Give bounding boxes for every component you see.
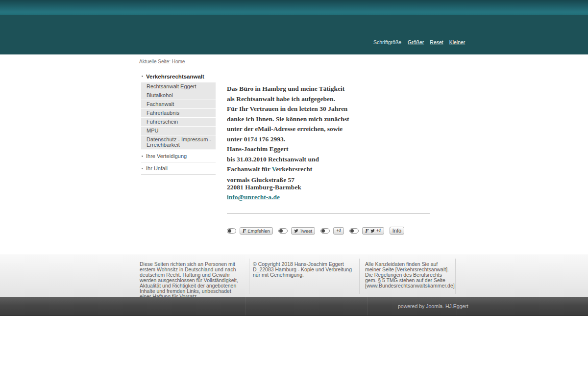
body-text-line: unter der eMail-Adresse erreichen, sowie	[227, 126, 433, 132]
fontsize-bigger-link[interactable]: Größer	[408, 39, 424, 45]
sidebar-item-blutalkohol[interactable]: Blutalkohol	[141, 91, 216, 100]
fontsize-widget: Schriftgröße Größer Reset Kleiner	[373, 39, 465, 45]
square-bullet-icon	[142, 168, 143, 169]
email-link[interactable]: info@unrecht-a.de	[227, 193, 280, 201]
fontsize-reset-link[interactable]: Reset	[430, 39, 443, 45]
sidebar-item-verkehrsrechtsanwalt[interactable]: Verkehrsrechtsanwalt	[141, 73, 216, 82]
fontsize-smaller-link[interactable]: Kleiner	[449, 39, 466, 45]
sidebar-item-rechtsanwalt-eggert[interactable]: Rechtsanwalt Eggert	[141, 82, 216, 91]
content-divider	[227, 213, 430, 213]
powered-by-text: powered by Joomla. HJ.Eggert	[398, 303, 468, 309]
twitter-bird-icon	[370, 229, 375, 233]
address-block: vormals Gluckstraße 57 22081 Hamburg-Bar…	[227, 176, 433, 191]
sidebar-item-ihr-unfall[interactable]: Ihr Unfall	[141, 162, 216, 175]
bottom-bar-divider	[368, 297, 368, 315]
footer-column-divider	[134, 259, 134, 294]
top-gradient-bar	[0, 0, 588, 15]
address-line-2: 22081 Hamburg-Barmbek	[227, 184, 301, 191]
footer-column-divider	[455, 259, 456, 294]
body-text-line: danke ich Ihnen. Sie können mich zunächs…	[227, 116, 433, 123]
all-services-privacy-toggle-icon[interactable]	[349, 228, 359, 234]
social-info-button[interactable]: Info	[390, 227, 404, 235]
sidebar-submenu: Rechtsanwalt Eggert Blutalkohol Fachanwa…	[141, 82, 216, 149]
bottom-bar-divider	[245, 297, 245, 315]
body-text-line: unter 0174 176 2993.	[227, 136, 433, 143]
email-line: info@unrecht-a.de	[227, 194, 433, 201]
twitter-privacy-toggle-icon[interactable]	[278, 228, 288, 234]
sidebar-item-mpu[interactable]: MPU	[141, 127, 216, 135]
sidebar-item-ihre-verteidigung[interactable]: Ihre Verteidigung	[141, 150, 216, 162]
footer-kanzleidaten-text: Alle Kanzleidaten finden Sie auf meiner …	[365, 262, 449, 289]
facebook-like-button[interactable]: F Empfehlen	[240, 227, 273, 235]
verkehrsrecht-link[interactable]: V	[272, 165, 276, 173]
breadcrumb: Aktuelle Seite: Home	[139, 59, 185, 64]
twitter-bird-icon	[294, 229, 298, 233]
body-text-line: bis 31.03.2010 Rechtsanwalt und	[227, 156, 433, 163]
fachanwalt-line: Fachanwalt für Verkehrsrecht	[227, 166, 433, 173]
footer-copyright-text: © Copyright 2018 Hans-Joachim Eggert D_2…	[253, 262, 354, 278]
footer-column-divider	[249, 259, 249, 294]
body-text-line: Das Büro in Hambrg und meine Tätigkeit	[227, 85, 433, 92]
body-text-line: als Rechtsanwalt habe ich aufgegeben.	[227, 96, 433, 103]
toggle-knob-icon	[228, 229, 231, 233]
sidebar-item-fuehrerschein[interactable]: Führerschein	[141, 118, 216, 126]
sidebar-item-fachanwalt[interactable]: Fachanwalt	[141, 100, 216, 108]
site-header: Schriftgröße Größer Reset Kleiner	[0, 15, 588, 54]
toggle-knob-icon	[350, 229, 354, 233]
facebook-privacy-toggle-icon[interactable]	[227, 228, 236, 234]
social-share-bar: F Empfehlen Tweet +1 F +1 Info	[227, 227, 433, 235]
tweet-button[interactable]: Tweet	[291, 227, 315, 235]
toggle-knob-icon	[321, 229, 325, 233]
main-content: Das Büro in Hambrg und meine Tätigkeit a…	[227, 83, 433, 235]
facebook-f-icon: F	[365, 228, 368, 234]
gplus-plusone-button[interactable]: +1	[333, 227, 344, 235]
sidebar-item-datenschutz-impressum[interactable]: Datenschutz - Impressum - Erreichbarkeit	[141, 135, 216, 149]
toggle-knob-icon	[279, 229, 283, 233]
square-bullet-icon	[142, 156, 143, 157]
address-line-1: vormals Gluckstraße 57	[227, 176, 294, 184]
fontsize-label: Schriftgröße	[373, 39, 401, 45]
sidebar-item-fahrerlaubnis[interactable]: Fahrerlaubnis	[141, 109, 216, 117]
page: Schriftgröße Größer Reset Kleiner Aktuel…	[0, 0, 588, 368]
bottom-bar: powered by Joomla. HJ.Eggert	[0, 297, 588, 316]
all-services-button[interactable]: F +1	[362, 227, 384, 235]
gplus-privacy-toggle-icon[interactable]	[320, 228, 330, 234]
body-text-line: Für Ihr Vertrauen in den letzten 30 Jahr…	[227, 105, 433, 112]
sidebar-nav: Verkehrsrechtsanwalt Rechtsanwalt Eggert…	[141, 73, 216, 175]
square-bullet-icon	[142, 76, 143, 77]
footer: Diese Seiten richten sich an Personen mi…	[0, 255, 588, 297]
facebook-f-icon: F	[243, 228, 246, 234]
footer-disclaimer-text: Diese Seiten richten sich an Personen mi…	[140, 262, 244, 299]
body-text-line: Hans-Joachim Eggert	[227, 146, 433, 153]
footer-column-divider	[359, 259, 360, 294]
